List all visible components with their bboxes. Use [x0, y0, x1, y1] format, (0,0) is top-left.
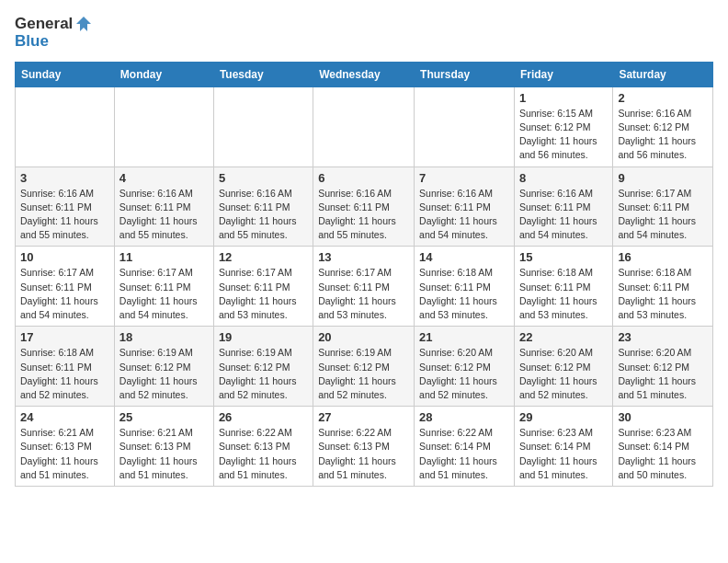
day-number: 24 [20, 410, 109, 424]
day-number: 8 [519, 171, 608, 185]
day-info: Sunrise: 6:22 AM Sunset: 6:13 PM Dayligh… [318, 426, 409, 482]
day-info: Sunrise: 6:16 AM Sunset: 6:11 PM Dayligh… [519, 187, 608, 243]
calendar-cell: 14Sunrise: 6:18 AM Sunset: 6:11 PM Dayli… [415, 247, 515, 327]
day-number: 13 [318, 250, 409, 264]
weekday-header-monday: Monday [114, 62, 213, 86]
day-number: 27 [318, 410, 409, 424]
calendar-week-1: 1Sunrise: 6:15 AM Sunset: 6:12 PM Daylig… [16, 86, 713, 167]
day-info: Sunrise: 6:16 AM Sunset: 6:11 PM Dayligh… [419, 187, 509, 243]
calendar-cell: 9Sunrise: 6:17 AM Sunset: 6:11 PM Daylig… [613, 167, 713, 247]
day-number: 14 [419, 250, 509, 264]
day-number: 15 [519, 250, 608, 264]
calendar-cell: 13Sunrise: 6:17 AM Sunset: 6:11 PM Dayli… [313, 247, 415, 327]
day-number: 9 [618, 171, 708, 185]
day-number: 30 [618, 410, 708, 424]
calendar-cell: 12Sunrise: 6:17 AM Sunset: 6:11 PM Dayli… [213, 247, 313, 327]
day-number: 19 [219, 330, 308, 344]
calendar-cell: 30Sunrise: 6:23 AM Sunset: 6:14 PM Dayli… [613, 407, 713, 487]
logo-general: General [15, 16, 73, 33]
logo-bird-icon [74, 15, 93, 33]
weekday-header-sunday: Sunday [16, 62, 115, 86]
day-info: Sunrise: 6:17 AM Sunset: 6:11 PM Dayligh… [618, 187, 708, 243]
calendar-cell: 11Sunrise: 6:17 AM Sunset: 6:11 PM Dayli… [114, 247, 213, 327]
day-info: Sunrise: 6:15 AM Sunset: 6:12 PM Dayligh… [519, 107, 608, 163]
calendar-header: SundayMondayTuesdayWednesdayThursdayFrid… [16, 62, 713, 86]
calendar-cell: 6Sunrise: 6:16 AM Sunset: 6:11 PM Daylig… [313, 167, 415, 247]
logo-blue: Blue [15, 33, 93, 51]
day-info: Sunrise: 6:17 AM Sunset: 6:11 PM Dayligh… [119, 266, 209, 322]
weekday-header-thursday: Thursday [415, 62, 515, 86]
calendar-cell: 19Sunrise: 6:19 AM Sunset: 6:12 PM Dayli… [213, 327, 313, 407]
day-number: 5 [219, 171, 308, 185]
day-number: 7 [419, 171, 509, 185]
day-number: 2 [618, 91, 708, 105]
day-info: Sunrise: 6:19 AM Sunset: 6:12 PM Dayligh… [318, 346, 409, 402]
day-number: 23 [618, 330, 708, 344]
calendar-cell: 16Sunrise: 6:18 AM Sunset: 6:11 PM Dayli… [613, 247, 713, 327]
calendar-cell: 28Sunrise: 6:22 AM Sunset: 6:14 PM Dayli… [415, 407, 515, 487]
calendar-cell: 1Sunrise: 6:15 AM Sunset: 6:12 PM Daylig… [514, 86, 612, 167]
day-info: Sunrise: 6:22 AM Sunset: 6:14 PM Dayligh… [419, 426, 509, 482]
calendar-cell: 22Sunrise: 6:20 AM Sunset: 6:12 PM Dayli… [514, 327, 612, 407]
calendar-week-3: 10Sunrise: 6:17 AM Sunset: 6:11 PM Dayli… [16, 247, 713, 327]
day-number: 4 [119, 171, 209, 185]
weekday-row: SundayMondayTuesdayWednesdayThursdayFrid… [16, 62, 713, 86]
day-info: Sunrise: 6:16 AM Sunset: 6:11 PM Dayligh… [318, 187, 409, 243]
day-info: Sunrise: 6:19 AM Sunset: 6:12 PM Dayligh… [219, 346, 308, 402]
calendar-cell: 2Sunrise: 6:16 AM Sunset: 6:12 PM Daylig… [613, 86, 713, 167]
calendar-cell: 15Sunrise: 6:18 AM Sunset: 6:11 PM Dayli… [514, 247, 612, 327]
svg-marker-0 [76, 17, 91, 31]
calendar-cell: 7Sunrise: 6:16 AM Sunset: 6:11 PM Daylig… [415, 167, 515, 247]
logo-container: General Blue [15, 15, 93, 51]
day-number: 29 [519, 410, 608, 424]
calendar-cell: 8Sunrise: 6:16 AM Sunset: 6:11 PM Daylig… [514, 167, 612, 247]
day-info: Sunrise: 6:20 AM Sunset: 6:12 PM Dayligh… [519, 346, 608, 402]
weekday-header-friday: Friday [514, 62, 612, 86]
day-info: Sunrise: 6:17 AM Sunset: 6:11 PM Dayligh… [318, 266, 409, 322]
calendar-cell: 10Sunrise: 6:17 AM Sunset: 6:11 PM Dayli… [16, 247, 115, 327]
calendar-cell: 4Sunrise: 6:16 AM Sunset: 6:11 PM Daylig… [114, 167, 213, 247]
day-number: 10 [20, 250, 109, 264]
day-info: Sunrise: 6:18 AM Sunset: 6:11 PM Dayligh… [419, 266, 509, 322]
calendar-cell [415, 86, 515, 167]
day-info: Sunrise: 6:23 AM Sunset: 6:14 PM Dayligh… [618, 426, 708, 482]
day-number: 12 [219, 250, 308, 264]
day-number: 11 [119, 250, 209, 264]
calendar-cell: 23Sunrise: 6:20 AM Sunset: 6:12 PM Dayli… [613, 327, 713, 407]
day-info: Sunrise: 6:18 AM Sunset: 6:11 PM Dayligh… [618, 266, 708, 322]
calendar-cell: 20Sunrise: 6:19 AM Sunset: 6:12 PM Dayli… [313, 327, 415, 407]
calendar-cell [213, 86, 313, 167]
logo: General Blue [15, 15, 93, 51]
calendar-cell: 29Sunrise: 6:23 AM Sunset: 6:14 PM Dayli… [514, 407, 612, 487]
day-info: Sunrise: 6:23 AM Sunset: 6:14 PM Dayligh… [519, 426, 608, 482]
day-info: Sunrise: 6:16 AM Sunset: 6:11 PM Dayligh… [20, 187, 109, 243]
calendar-cell: 3Sunrise: 6:16 AM Sunset: 6:11 PM Daylig… [16, 167, 115, 247]
day-number: 1 [519, 91, 608, 105]
calendar-cell [313, 86, 415, 167]
weekday-header-saturday: Saturday [613, 62, 713, 86]
calendar-week-2: 3Sunrise: 6:16 AM Sunset: 6:11 PM Daylig… [16, 167, 713, 247]
day-number: 6 [318, 171, 409, 185]
day-number: 21 [419, 330, 509, 344]
day-number: 17 [20, 330, 109, 344]
calendar-cell: 5Sunrise: 6:16 AM Sunset: 6:11 PM Daylig… [213, 167, 313, 247]
day-info: Sunrise: 6:22 AM Sunset: 6:13 PM Dayligh… [219, 426, 308, 482]
day-info: Sunrise: 6:16 AM Sunset: 6:12 PM Dayligh… [618, 107, 708, 163]
calendar-cell: 17Sunrise: 6:18 AM Sunset: 6:11 PM Dayli… [16, 327, 115, 407]
calendar-cell: 18Sunrise: 6:19 AM Sunset: 6:12 PM Dayli… [114, 327, 213, 407]
day-number: 28 [419, 410, 509, 424]
calendar-body: 1Sunrise: 6:15 AM Sunset: 6:12 PM Daylig… [16, 86, 713, 486]
calendar-cell: 24Sunrise: 6:21 AM Sunset: 6:13 PM Dayli… [16, 407, 115, 487]
day-info: Sunrise: 6:20 AM Sunset: 6:12 PM Dayligh… [618, 346, 708, 402]
calendar: SundayMondayTuesdayWednesdayThursdayFrid… [15, 62, 713, 487]
day-info: Sunrise: 6:20 AM Sunset: 6:12 PM Dayligh… [419, 346, 509, 402]
day-number: 25 [119, 410, 209, 424]
calendar-cell: 21Sunrise: 6:20 AM Sunset: 6:12 PM Dayli… [415, 327, 515, 407]
calendar-cell: 26Sunrise: 6:22 AM Sunset: 6:13 PM Dayli… [213, 407, 313, 487]
calendar-cell [16, 86, 115, 167]
calendar-week-4: 17Sunrise: 6:18 AM Sunset: 6:11 PM Dayli… [16, 327, 713, 407]
day-info: Sunrise: 6:17 AM Sunset: 6:11 PM Dayligh… [20, 266, 109, 322]
weekday-header-tuesday: Tuesday [213, 62, 313, 86]
day-number: 3 [20, 171, 109, 185]
calendar-cell: 25Sunrise: 6:21 AM Sunset: 6:13 PM Dayli… [114, 407, 213, 487]
